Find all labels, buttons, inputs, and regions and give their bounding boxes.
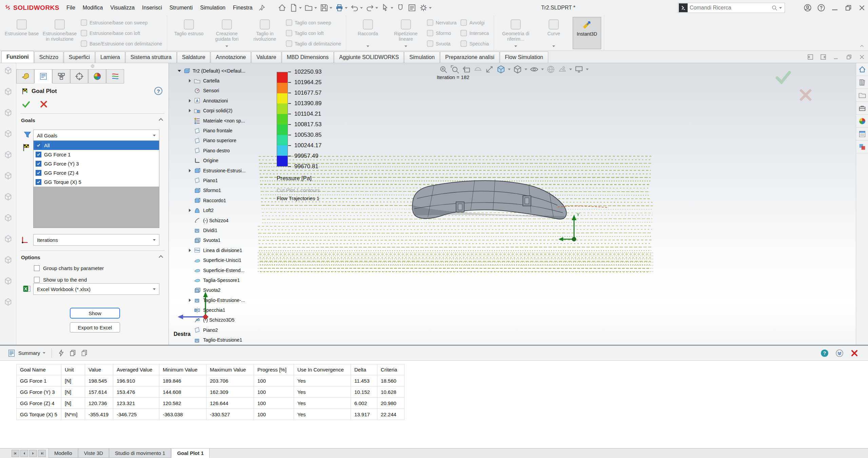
propertymanager-tab[interactable]	[34, 69, 52, 83]
tab-valutare[interactable]: Valutare	[251, 52, 281, 63]
confirm-corner-cancel-icon[interactable]	[798, 88, 813, 102]
goals-section-header[interactable]: Goals	[21, 117, 164, 123]
tree-item-piano-superiore[interactable]: Piano superiore	[187, 136, 271, 146]
table-row[interactable]: GG Force 1[N]198.545196.910189.846203.70…	[17, 375, 405, 386]
ribbon-ripetizione-lineare[interactable]: Ripetizione lineare	[387, 17, 425, 49]
goal-checkbox[interactable]	[36, 152, 41, 157]
close-button[interactable]	[858, 4, 866, 12]
tab-simulation[interactable]: Simulation	[404, 52, 440, 63]
goal-item-gg-force-z-4[interactable]: GG Force (Z) 4	[34, 168, 159, 177]
tree-item-piano-destro[interactable]: Piano destro	[187, 146, 271, 155]
restore-button[interactable]	[844, 4, 852, 12]
option-checkbox[interactable]	[34, 277, 40, 283]
previous-tab-button[interactable]	[20, 450, 28, 457]
appearances-globe[interactable]	[856, 115, 868, 128]
custom-properties[interactable]	[856, 128, 868, 140]
feature-strip-icon[interactable]	[3, 129, 13, 138]
feature-strip-icon[interactable]	[3, 276, 13, 286]
feature-strip-icon[interactable]	[3, 234, 13, 244]
feature-strip-icon[interactable]	[3, 255, 13, 265]
table-row[interactable]: GG Force (Y) 3[N]157.614153.476144.60816…	[17, 386, 405, 398]
tree-item-sformo1[interactable]: Sformo1	[187, 186, 271, 195]
ribbon-taglio-di-delimitazione[interactable]: Taglio di delimitazione	[286, 40, 341, 47]
tree-item-cartella[interactable]: Cartella	[187, 76, 271, 85]
view-orientation-icon[interactable]	[496, 65, 506, 74]
tree-item-svuota2[interactable]: Svuota2	[187, 285, 271, 295]
ribbon-estrusione-base-in-rivoluzione[interactable]: Estrusione/base in rivoluzione	[41, 17, 79, 49]
tree-item-piano1[interactable]: Piano1	[187, 175, 271, 185]
zoom-fit-icon[interactable]	[439, 65, 448, 74]
bottom-tab-goal-plot-1[interactable]: Goal Plot 1	[171, 449, 209, 458]
goal-checkbox[interactable]	[36, 142, 41, 148]
home-tab[interactable]	[856, 63, 868, 76]
dimxpert-tab[interactable]	[70, 69, 88, 83]
panel-collapse-handle[interactable]	[91, 64, 94, 68]
search-input[interactable]	[690, 5, 771, 11]
tree-item-loft2[interactable]: Loft2	[187, 205, 271, 215]
tree-item-taglio-estrusione[interactable]: Taglio-Estrusione-...	[187, 295, 271, 305]
cfd-analysis-tab[interactable]	[106, 69, 124, 83]
help-icon[interactable]	[817, 4, 825, 12]
configuration-tab[interactable]	[52, 69, 70, 83]
confirm-corner-ok-icon[interactable]	[774, 70, 792, 85]
refresh-icon[interactable]	[55, 348, 67, 359]
tab-funzioni[interactable]: Funzioni	[1, 51, 34, 63]
save-icon[interactable]	[319, 2, 333, 13]
export-format-dropdown[interactable]: Excel Workbook (*.xlsx)	[33, 283, 159, 295]
collapse-pane-icon[interactable]	[835, 349, 844, 357]
ribbon-taglio-estruso[interactable]: Taglio estruso	[170, 17, 208, 49]
home-icon[interactable]	[277, 2, 288, 13]
tree-item-materiale-non-sp[interactable]: Materiale <non sp...	[187, 116, 271, 126]
goal-item-gg-force-y-3[interactable]: GG Force (Y) 3	[34, 159, 159, 168]
dock-right-icon[interactable]	[820, 54, 827, 60]
user-account-icon[interactable]	[804, 4, 812, 12]
command-search[interactable]	[678, 3, 785, 13]
tab-annotazione[interactable]: Annotazione	[211, 52, 251, 63]
table-row[interactable]: GG Force (Z) 4[N]120.736123.321120.58212…	[17, 398, 405, 409]
next-tab-button[interactable]	[29, 450, 37, 457]
collapse-ribbon-icon[interactable]	[859, 43, 865, 49]
goal-checkbox[interactable]	[36, 170, 41, 176]
feature-strip-icon[interactable]	[3, 108, 13, 117]
tab-flow-simulation[interactable]: Flow Simulation	[500, 52, 548, 63]
tree-item-superficie-estend[interactable]: Superficie-Estend...	[187, 265, 271, 275]
tree-item-piano2[interactable]: Piano2	[187, 325, 271, 335]
minimize-button[interactable]	[831, 4, 839, 12]
summary-view-dropdown[interactable]: Summary	[5, 348, 48, 359]
tree-item-corpi-solidi-2[interactable]: Corpi solidi(2)	[187, 106, 271, 116]
goal-filter-dropdown[interactable]: All Goals	[33, 130, 159, 141]
zoom-area-icon[interactable]	[450, 65, 459, 74]
new-document-icon[interactable]	[288, 2, 303, 13]
goal-checkbox[interactable]	[36, 161, 41, 167]
ribbon-svuota[interactable]: Svuota	[427, 40, 456, 47]
ribbon-base-estrusione-con-delimitazione[interactable]: Base/Estrusione con delimitazione	[81, 40, 162, 47]
tab-mbd-dimensions[interactable]: MBD Dimensions	[282, 52, 334, 63]
graphics-viewport[interactable]: Y 102250.93101964.25101677.57101390.8910…	[169, 63, 856, 345]
bottom-tab-viste-3d[interactable]: Viste 3D	[78, 449, 109, 458]
tree-item-annotazioni[interactable]: AAnnotazioni	[187, 96, 271, 106]
undo-icon[interactable]	[349, 2, 364, 13]
menu-inserisci[interactable]: Inserisci	[138, 0, 166, 16]
previous-view-icon[interactable]	[462, 65, 471, 74]
ribbon-taglio-con-loft[interactable]: Taglio con loft	[286, 30, 341, 36]
tree-item-schizzo3d5[interactable]: 3D(-) Schizzo3D5	[187, 315, 271, 325]
ribbon-estrusione-base-con-loft[interactable]: Estrusione/base con loft	[81, 30, 162, 36]
measure-icon[interactable]	[485, 65, 494, 74]
ribbon-creazione-guidata-fori[interactable]: Creazione guidata fori	[208, 17, 246, 49]
part-tab[interactable]	[16, 69, 34, 83]
feature-strip-icon[interactable]	[3, 171, 13, 180]
magnet-icon[interactable]	[395, 2, 406, 13]
compare-documents[interactable]	[856, 140, 868, 153]
feature-strip-icon[interactable]	[3, 66, 13, 75]
menu-simulation[interactable]: Simulation	[196, 0, 229, 16]
last-tab-button[interactable]	[38, 450, 46, 457]
option-checkbox[interactable]	[34, 265, 40, 271]
ribbon-estrusione-base[interactable]: Estrusione base	[3, 17, 41, 49]
tree-item-sensori[interactable]: Sensori	[187, 86, 271, 96]
ribbon-geometria-di-riferim[interactable]: Geometria di riferim...	[497, 17, 535, 49]
view-settings-icon[interactable]	[574, 65, 584, 74]
design-library[interactable]	[856, 76, 868, 89]
menu-file[interactable]: File	[63, 0, 79, 16]
tree-item-dividi1[interactable]: Dividi1	[187, 225, 271, 235]
ok-button[interactable]	[22, 100, 31, 109]
